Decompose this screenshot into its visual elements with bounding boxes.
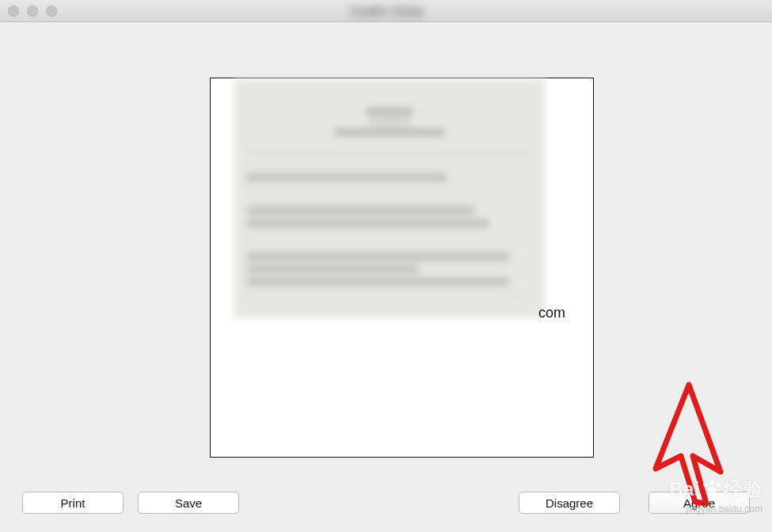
license-text-fragment: com [538, 305, 565, 321]
print-button[interactable]: Print [22, 492, 124, 514]
save-button[interactable]: Save [138, 492, 239, 514]
window: Installer Dialog com [0, 0, 772, 532]
watermark-subtext: jingyan.baidu.com [686, 504, 762, 515]
watermark-logo: Bai 经验 [669, 477, 762, 502]
zoom-window-button[interactable] [46, 6, 57, 17]
watermark-brand-suffix: 经验 [724, 477, 762, 502]
content-area: com [0, 22, 772, 532]
titlebar: Installer Dialog [0, 0, 772, 22]
window-controls [8, 6, 57, 17]
disagree-button[interactable]: Disagree [519, 492, 620, 514]
button-bar: Print Save Disagree Agree [0, 484, 772, 532]
window-title: Installer Dialog [349, 5, 423, 17]
watermark-brand-prefix: Bai [669, 478, 700, 500]
close-window-button[interactable] [8, 6, 19, 17]
blurred-license-content [234, 79, 545, 318]
minimize-window-button[interactable] [27, 6, 38, 17]
paw-icon [703, 481, 721, 498]
